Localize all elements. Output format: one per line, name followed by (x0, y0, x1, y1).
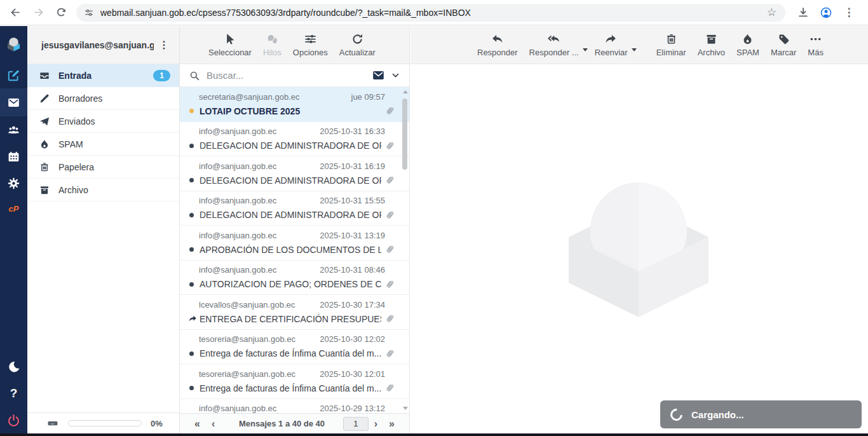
refresh-button[interactable]: Actualizar (334, 32, 381, 57)
help-icon[interactable]: ? (0, 380, 27, 407)
loading-toast: Cargando... (660, 400, 862, 428)
archive-icon (39, 184, 50, 196)
ellipsis-icon (809, 32, 822, 46)
settings-gear-icon[interactable] (0, 170, 27, 196)
folder-borradores[interactable]: Borradores (27, 87, 179, 110)
bookmark-star-icon[interactable]: ☆ (762, 6, 782, 19)
search-icon[interactable] (189, 70, 200, 81)
reply-button[interactable]: Responder (471, 32, 524, 57)
read-dot-icon[interactable] (189, 386, 194, 390)
last-page-button[interactable]: » (383, 418, 400, 430)
folder-archivo[interactable]: Archivo (27, 179, 179, 201)
options-button[interactable]: Opciones (287, 32, 334, 57)
message-row[interactable]: lcevallos@sanjuan.gob.ec2025-10-30 17:34… (180, 295, 409, 330)
mark-label: Marcar (771, 48, 796, 57)
url-text[interactable]: webmail.sanjuan.gob.ec/cpsess7753063093/… (100, 8, 762, 18)
pencil-icon (39, 93, 50, 104)
search-options-chevron-icon[interactable] (391, 71, 400, 80)
read-dot-icon[interactable] (189, 178, 194, 182)
calendar-icon[interactable] (0, 143, 27, 170)
message-row[interactable]: tesoreria@sanjuan.gob.ec2025-10-30 12:02… (180, 330, 409, 365)
profile-avatar-icon[interactable] (815, 1, 837, 24)
prev-page-button[interactable]: ‹ (206, 418, 220, 430)
message-row[interactable]: info@sanjuan.gob.ec2025-10-31 16:33 DELE… (180, 122, 409, 157)
storage-quota-bar: 0% (27, 412, 179, 433)
reply-all-button[interactable]: Responder ... (524, 32, 585, 57)
delete-button[interactable]: Eliminar (651, 32, 692, 57)
attachment-icon (384, 348, 395, 359)
first-page-button[interactable]: « (189, 418, 206, 430)
message-list-scrollbar[interactable] (401, 87, 409, 413)
threads-label: Hilos (263, 48, 281, 57)
message-row[interactable]: info@sanjuan.gob.ec2025-10-31 16:19 DELE… (180, 156, 409, 191)
message-row[interactable]: info@sanjuan.gob.ec2025-10-31 08:46 AUTO… (180, 261, 409, 296)
message-subject: Entrega de facturas de Ínfima Cuantía de… (200, 383, 381, 393)
message-sender: info@sanjuan.gob.ec (199, 161, 320, 171)
search-input[interactable] (207, 70, 372, 81)
attachment-icon (384, 140, 395, 151)
next-page-button[interactable]: › (369, 418, 383, 430)
compose-icon[interactable] (0, 62, 27, 88)
message-date: 2025-10-30 12:01 (320, 369, 385, 379)
dark-mode-moon-icon[interactable] (0, 353, 27, 380)
pagination-summary: Mensajes 1 a 40 de 40 (220, 419, 343, 428)
folder-label: SPAM (58, 139, 83, 149)
read-dot-icon[interactable] (189, 247, 194, 252)
archive-button[interactable]: Archivo (692, 32, 731, 57)
more-label: Más (808, 48, 824, 57)
message-subject: DELEGACION DE ADMINISTRADORA DE OR... (200, 140, 381, 151)
downloads-icon[interactable] (792, 1, 815, 24)
folder-enviados[interactable]: Enviados (27, 110, 179, 133)
select-button[interactable]: Seleccionar (203, 32, 257, 57)
reply-all-dropdown-caret-icon[interactable] (583, 48, 588, 51)
logout-power-icon[interactable] (0, 407, 27, 433)
delete-label: Eliminar (656, 48, 686, 57)
message-row[interactable]: info@sanjuan.gob.ec2025-10-31 13:19 APRO… (180, 226, 409, 261)
more-button[interactable]: Más (802, 32, 829, 57)
read-dot-icon[interactable] (189, 213, 194, 217)
contacts-icon[interactable] (0, 116, 27, 143)
page-number-input[interactable]: 1 (343, 417, 369, 431)
browser-back-button[interactable] (4, 1, 27, 24)
forward-dropdown-caret-icon[interactable] (632, 48, 637, 51)
message-row[interactable]: tesoreria@sanjuan.gob.ec2025-10-30 12:01… (180, 364, 409, 399)
forward-label: Reenviar (595, 48, 628, 57)
folder-papelera[interactable]: Papelera (27, 156, 179, 179)
screen-bottom-edge (0, 433, 868, 436)
message-row[interactable]: info@sanjuan.gob.ec2025-10-31 15:55 DELE… (180, 191, 409, 226)
threads-button[interactable]: Hilos (257, 32, 287, 57)
folder-list: Entrada 1 Borradores Enviados SPAM (27, 64, 179, 201)
address-bar[interactable]: webmail.sanjuan.gob.ec/cpsess7753063093/… (76, 4, 785, 22)
folder-entrada[interactable]: Entrada 1 (27, 64, 179, 87)
roundcube-watermark-logo (566, 179, 712, 325)
roundcube-logo-icon (0, 26, 27, 62)
read-dot-icon[interactable] (189, 351, 194, 356)
message-row[interactable]: secretaria@sanjuan.gob.ecjue 09:57 LOTAI… (180, 87, 409, 122)
mark-button[interactable]: Marcar (765, 32, 802, 57)
search-scope-envelope-icon[interactable] (372, 69, 385, 82)
site-settings-icon[interactable] (84, 8, 94, 18)
browser-reload-button[interactable] (50, 1, 72, 24)
unread-count-badge: 1 (153, 70, 170, 81)
folder-label: Entrada (58, 71, 92, 81)
read-dot-icon[interactable] (189, 144, 194, 148)
scroll-down-arrow-icon[interactable] (403, 407, 408, 410)
sliders-icon (304, 32, 317, 46)
cpanel-icon[interactable]: cP (0, 196, 27, 221)
scroll-up-arrow-icon[interactable] (403, 90, 408, 93)
account-menu-icon[interactable]: ⋮ (154, 39, 174, 51)
quota-progress-bar (68, 420, 142, 426)
message-row[interactable]: info@sanjuan.gob.ec2025-10-29 13:12 (180, 399, 409, 414)
paper-plane-icon (39, 116, 50, 127)
spam-button[interactable]: SPAM (731, 32, 765, 57)
browser-forward-button[interactable] (27, 1, 50, 24)
search-bar (180, 64, 409, 87)
mail-nav-icon[interactable] (0, 88, 27, 116)
read-dot-icon[interactable] (189, 282, 194, 287)
browser-menu-icon[interactable]: ⋮ (837, 1, 860, 24)
scrollbar-thumb[interactable] (402, 99, 407, 170)
folders-panel: jesusgavilanes@sanjuan.gob.... ⋮ Entrada… (27, 26, 180, 433)
folder-spam[interactable]: SPAM (27, 133, 179, 156)
unread-dot-icon[interactable] (189, 109, 194, 113)
forward-button[interactable]: Reenviar (589, 32, 634, 57)
